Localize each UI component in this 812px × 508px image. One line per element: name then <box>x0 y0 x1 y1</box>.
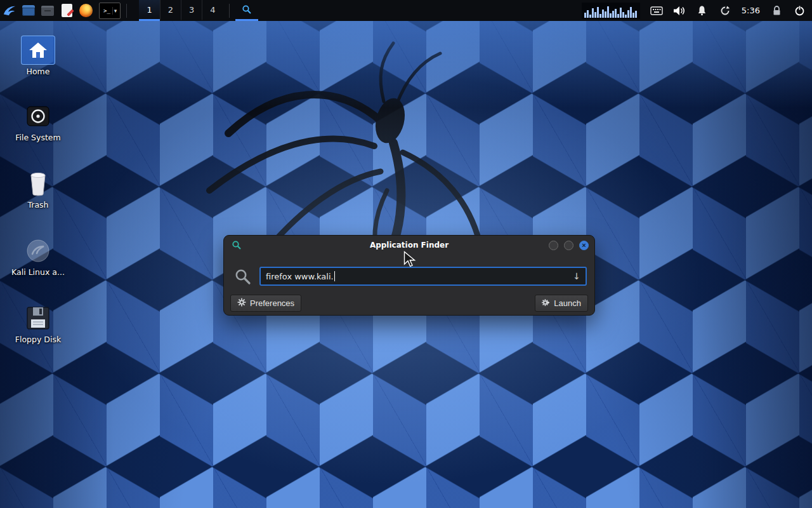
workspace-1-label: 1 <box>147 5 152 15</box>
launch-label: Launch <box>554 298 581 308</box>
keyboard-indicator[interactable] <box>650 4 663 17</box>
home-icon <box>21 36 55 65</box>
folder-launcher[interactable] <box>38 0 57 21</box>
workspace-2[interactable]: 2 <box>160 0 181 21</box>
panel-indicators: 5:36 <box>582 3 812 19</box>
power-icon <box>794 5 805 16</box>
volume-icon <box>673 6 685 16</box>
workspace-switcher: 1 2 3 4 <box>139 0 223 21</box>
desktop-icon-floppy[interactable]: Floppy Disk <box>5 304 71 344</box>
volume-indicator[interactable] <box>673 4 686 17</box>
kali-docs-icon <box>21 236 55 265</box>
kali-logo-icon <box>3 4 16 18</box>
desktop-icon-label: Trash <box>5 201 71 210</box>
folder-icon <box>41 6 54 16</box>
window-controls: × <box>549 241 589 250</box>
workspace-4-label: 4 <box>210 5 215 15</box>
firefox-icon <box>79 4 93 17</box>
appfinder-window-icon <box>232 240 242 253</box>
updates-indicator[interactable] <box>719 4 731 17</box>
launch-icon <box>542 298 550 309</box>
lock-icon <box>772 5 782 16</box>
search-input[interactable]: firefox www.kali. ↓ <box>259 267 587 286</box>
application-finder-window: Application Finder × firefox www.kali. ↓ <box>223 235 595 316</box>
desktop-root: { "panel": { "workspaces": ["1", "2", "3… <box>0 0 812 508</box>
desktop-icon-home[interactable]: Home <box>5 36 71 76</box>
text-editor-icon <box>62 4 72 17</box>
close-button[interactable]: × <box>579 241 589 250</box>
workspace-4[interactable]: 4 <box>202 0 223 21</box>
workspace-3-label: 3 <box>189 5 194 15</box>
maximize-button[interactable] <box>564 241 573 250</box>
terminal-icon: >_ <box>102 7 113 15</box>
screen-lock-indicator[interactable] <box>770 4 783 17</box>
workspace-2-label: 2 <box>168 5 173 15</box>
desktop-icon-file-system[interactable]: File System <box>5 102 71 142</box>
desktop-icon-trash[interactable]: Trash <box>5 169 71 210</box>
search-row: firefox www.kali. ↓ <box>234 267 587 286</box>
file-system-icon <box>21 102 55 131</box>
clock[interactable]: 5:36 <box>742 6 760 15</box>
refresh-circle-icon <box>719 5 731 17</box>
panel-separator <box>126 4 127 18</box>
preferences-button[interactable]: Preferences <box>230 295 301 312</box>
history-dropdown-icon[interactable]: ↓ <box>573 271 580 281</box>
file-manager-icon <box>22 5 35 16</box>
desktop-icon-kali-docs[interactable]: Kali Linux a... <box>5 236 71 277</box>
keyboard-icon <box>650 6 663 15</box>
system-monitor-graph[interactable] <box>582 3 640 19</box>
kali-menu-button[interactable] <box>0 0 19 21</box>
close-icon: × <box>582 242 586 249</box>
bell-icon <box>697 5 707 16</box>
chevron-down-icon: ▾ <box>113 8 119 14</box>
notifications-indicator[interactable] <box>696 4 709 17</box>
text-editor-launcher[interactable] <box>57 0 76 21</box>
file-manager-launcher[interactable] <box>19 0 38 21</box>
search-input-value: firefox www.kali. <box>266 272 334 281</box>
top-panel: >_ ▾ 1 2 3 4 <box>0 0 812 21</box>
search-icon <box>234 268 251 285</box>
text-caret <box>334 271 335 281</box>
window-title: Application Finder <box>224 241 594 250</box>
desktop-icon-label: Kali Linux a... <box>5 268 71 277</box>
appfinder-task-icon <box>242 4 252 15</box>
floppy-disk-icon <box>21 304 55 333</box>
taskbar-appfinder-wrap <box>235 0 258 21</box>
minimize-button[interactable] <box>549 241 558 250</box>
preferences-label: Preferences <box>250 298 294 308</box>
taskbar-appfinder-button[interactable] <box>237 2 256 17</box>
workspace-1[interactable]: 1 <box>139 0 159 21</box>
terminal-launcher[interactable]: >_ ▾ <box>99 3 121 19</box>
desktop-icon-label: File System <box>5 133 71 142</box>
panel-separator <box>229 4 230 18</box>
button-row: Preferences Launch <box>230 295 588 312</box>
titlebar[interactable]: Application Finder × <box>224 236 594 255</box>
trash-icon <box>21 169 55 198</box>
desktop-icon-label: Home <box>5 67 71 76</box>
workspace-3[interactable]: 3 <box>181 0 202 21</box>
cpu-graph-icon <box>584 5 638 18</box>
firefox-launcher[interactable] <box>76 0 95 21</box>
launch-button[interactable]: Launch <box>535 295 588 312</box>
desktop-icon-label: Floppy Disk <box>5 335 71 344</box>
logout-indicator[interactable] <box>793 4 806 17</box>
gear-icon <box>237 298 246 309</box>
